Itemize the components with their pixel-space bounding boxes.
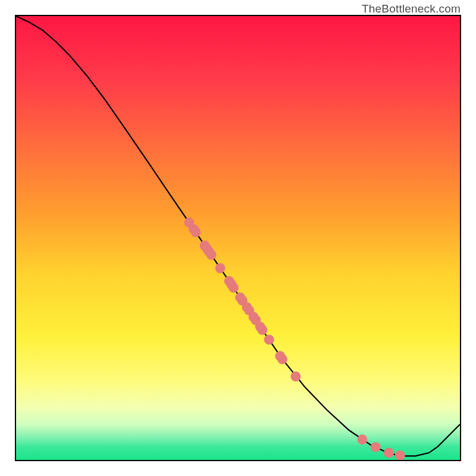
data-point (395, 450, 405, 460)
data-points (184, 217, 405, 460)
data-point (191, 227, 201, 237)
bottleneck-curve (16, 16, 460, 456)
data-point (277, 354, 287, 364)
plot-area (15, 15, 461, 461)
data-point (228, 283, 239, 293)
bottleneck-chart: TheBottleneck.com (0, 0, 476, 476)
data-point (258, 325, 268, 335)
data-point (384, 448, 394, 458)
watermark-text: TheBottleneck.com (362, 2, 461, 15)
data-point (357, 434, 367, 444)
data-point (264, 334, 274, 345)
curve-layer (16, 16, 460, 460)
data-point (206, 250, 217, 260)
data-point (215, 263, 226, 273)
data-point (371, 442, 381, 452)
data-point (291, 371, 301, 381)
